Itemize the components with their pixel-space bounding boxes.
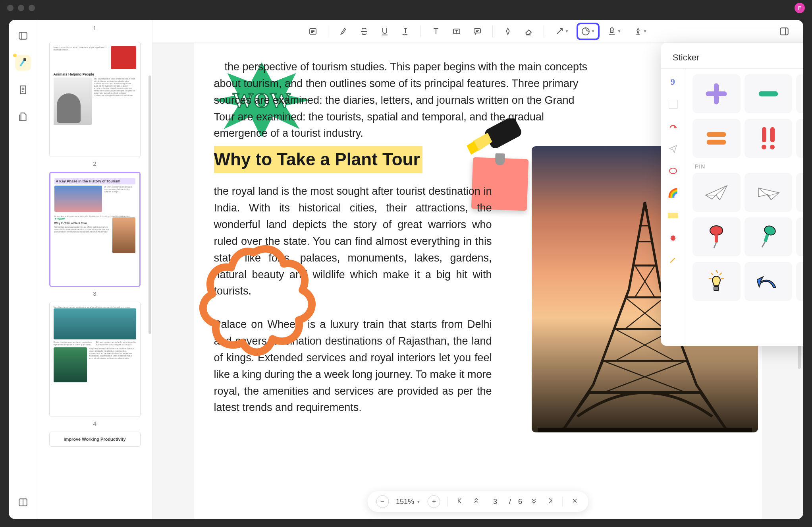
sticker-equals[interactable] <box>692 119 741 158</box>
sticker-pushpin-yellow[interactable] <box>796 217 803 256</box>
documents-tool-icon[interactable] <box>15 109 31 125</box>
svg-rect-21 <box>770 127 775 142</box>
cat-labels[interactable] <box>665 208 681 223</box>
cat-arrows[interactable] <box>665 119 681 134</box>
svg-rect-0 <box>19 32 27 39</box>
pen-icon[interactable] <box>499 23 517 40</box>
last-page-icon[interactable] <box>546 497 555 506</box>
sticker-exclaim[interactable] <box>744 119 793 158</box>
sticker-minus[interactable] <box>744 74 793 113</box>
sticker-pushpin-red[interactable] <box>692 217 741 256</box>
thumbnail-page-3[interactable]: A Key Phase in the History of Tourism Ut… <box>49 172 141 287</box>
sticker-icon[interactable]: ▼ <box>577 23 600 40</box>
sticker-cross[interactable] <box>796 74 803 113</box>
thumb-scrollbar[interactable] <box>149 76 151 334</box>
zoom-out-button[interactable]: − <box>376 495 389 508</box>
cat-numbers[interactable]: 9 <box>665 74 681 89</box>
svg-rect-16 <box>759 91 778 96</box>
svg-rect-18 <box>707 140 726 145</box>
cat-rainbow[interactable]: 🌈 <box>665 186 681 201</box>
svg-rect-14 <box>538 428 752 432</box>
svg-point-23 <box>710 226 723 235</box>
thumbnail-panel: 1 Lorem ipsum dolor sit amet consectetur… <box>37 20 152 519</box>
zoom-level[interactable]: 151%▼ <box>396 498 420 506</box>
zoom-in-button[interactable]: + <box>428 495 440 508</box>
sticker-paper-plane-2[interactable] <box>744 173 793 212</box>
tool-rail <box>9 20 37 519</box>
thumb-heading: Animals Helping People <box>54 72 136 76</box>
svg-point-7 <box>610 28 613 31</box>
thumbnail-page-2[interactable]: Lorem ipsum dolor sit amet consectetur a… <box>49 42 141 157</box>
page-footer-controls: − 151%▼ + / 6 <box>367 491 588 512</box>
sticker-paper-plane-1[interactable] <box>692 173 741 212</box>
sticker-lightbulb[interactable] <box>692 262 741 301</box>
cat-burst[interactable] <box>665 230 681 245</box>
cloud-scribble-sticker[interactable] <box>178 238 329 369</box>
sticker-pushpin-green[interactable] <box>744 217 793 256</box>
svg-rect-5 <box>474 29 480 33</box>
svg-point-15 <box>669 168 677 174</box>
sticker-grid: PIN <box>685 69 803 346</box>
user-avatar[interactable]: F <box>795 3 805 13</box>
svg-point-24 <box>763 225 777 236</box>
sticker-plus[interactable] <box>692 74 741 113</box>
svg-rect-17 <box>707 132 726 137</box>
next-page-icon[interactable] <box>529 497 539 506</box>
close-window[interactable] <box>7 5 14 11</box>
thumb-heading: Improve Working Productivity <box>64 437 125 442</box>
sticker-arrow-red[interactable] <box>796 262 803 301</box>
strikethrough-icon[interactable] <box>355 23 373 40</box>
text-icon[interactable] <box>427 23 445 40</box>
titlebar: F <box>0 0 812 16</box>
page-separator: / <box>509 498 511 506</box>
svg-rect-27 <box>714 287 719 291</box>
sticker-section-label: PIN <box>695 163 803 170</box>
sticker-categories: 9 🌈 <box>661 69 685 346</box>
outline-icon[interactable] <box>304 23 322 40</box>
notes-tool-icon[interactable] <box>15 82 31 98</box>
signature-icon[interactable]: ▼ <box>629 23 652 40</box>
prev-page-icon[interactable] <box>472 497 481 506</box>
thumb-number: 3 <box>93 290 96 297</box>
cat-pencil[interactable] <box>665 252 681 267</box>
svg-rect-19 <box>762 127 766 142</box>
maximize-window[interactable] <box>29 5 35 11</box>
thumb-number: 2 <box>93 160 96 167</box>
highlighter-tool-icon[interactable] <box>15 55 31 71</box>
svg-point-20 <box>762 145 766 149</box>
page-current-input[interactable] <box>488 498 502 506</box>
sticker-arrow-blue[interactable] <box>744 262 793 301</box>
sticker-panel: Sticker 9 🌈 <box>661 43 803 346</box>
sidebar-toggle-icon[interactable] <box>15 28 31 44</box>
minimize-window[interactable] <box>18 5 24 11</box>
thumbnail-page-4[interactable]: Nam libero tempore cum soluta nobis est … <box>49 302 141 417</box>
highlight-icon[interactable] <box>335 23 352 40</box>
thumb-heading: A Key Phase in the History of Tourism <box>54 178 135 184</box>
textbox-icon[interactable] <box>448 23 465 40</box>
svg-rect-1 <box>23 58 26 61</box>
annotation-toolbar: ▼ ▼ ▼ ▼ <box>152 20 803 43</box>
eraser-icon[interactable] <box>520 23 537 40</box>
underline-icon[interactable] <box>376 23 393 40</box>
thumb-sub: Why to Take a Plant Tour <box>54 222 110 225</box>
close-footer-icon[interactable] <box>570 497 580 506</box>
section-heading: Why to Take a Plant Tour <box>214 146 422 173</box>
page-total: 6 <box>518 498 522 506</box>
sticker-cursor-arrow[interactable] <box>796 119 803 158</box>
panel-toggle-icon[interactable] <box>775 23 793 40</box>
cat-circles[interactable] <box>665 163 681 178</box>
rail-indicator <box>13 54 17 57</box>
first-page-icon[interactable] <box>455 497 465 506</box>
callout-icon[interactable] <box>469 23 486 40</box>
cat-notes[interactable] <box>665 97 681 112</box>
stamp-icon[interactable]: ▼ <box>603 23 626 40</box>
svg-point-22 <box>770 145 775 149</box>
book-view-icon[interactable] <box>15 494 31 510</box>
squiggly-underline-icon[interactable] <box>397 23 414 40</box>
cat-planes[interactable] <box>665 141 681 156</box>
thumbnail-page-5[interactable]: Improve Working Productivity <box>49 432 141 447</box>
arrow-shape-icon[interactable]: ▼ <box>550 23 573 40</box>
svg-rect-8 <box>780 28 788 35</box>
thumb-number: 4 <box>93 420 96 427</box>
sticker-origami-crane[interactable] <box>796 173 803 212</box>
